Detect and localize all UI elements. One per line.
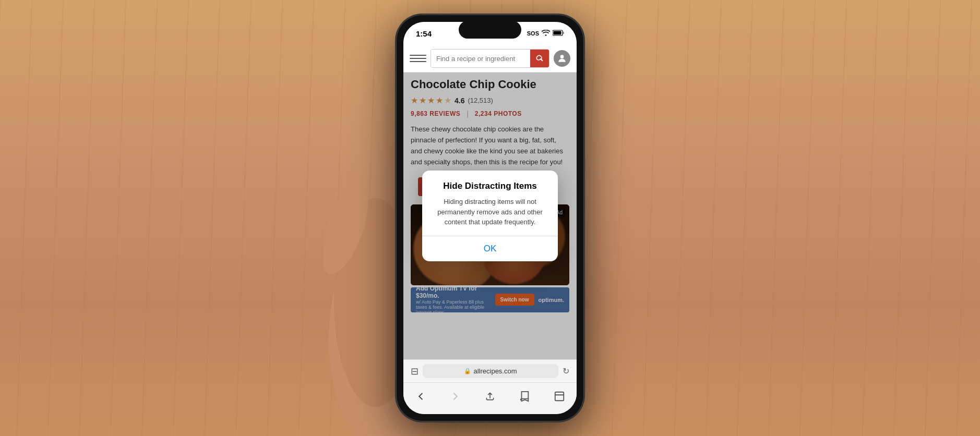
back-button[interactable] (409, 387, 432, 406)
search-icon (535, 54, 544, 63)
nav-bar (403, 45, 577, 72)
tabs-button[interactable] (548, 387, 571, 406)
hide-distracting-items-modal: Hide Distracting Items Hiding distractin… (422, 171, 558, 261)
search-bar-container (431, 49, 549, 68)
modal-title: Hide Distracting Items (433, 181, 547, 191)
phone-wrapper: 1:54 SOS (396, 15, 584, 421)
modal-ok-button[interactable]: OK (433, 236, 547, 261)
svg-rect-11 (555, 392, 564, 401)
content-area: Chocolate Chip Cookie ★ ★ ★ ★ ★ 4.6 (12,… (403, 72, 577, 359)
lock-icon: 🔒 (464, 368, 471, 374)
url-text: allrecipes.com (473, 367, 517, 375)
wifi-icon (542, 30, 550, 38)
phone-frame: 1:54 SOS (396, 15, 584, 421)
reader-mode-icon[interactable]: ⊟ (411, 366, 419, 377)
modal-overlay: Hide Distracting Items Hiding distractin… (403, 72, 577, 359)
reload-icon[interactable]: ↻ (563, 366, 569, 376)
battery-icon (553, 30, 564, 38)
browser-bar: ⊟ 🔒 allrecipes.com ↻ (403, 359, 577, 382)
share-button[interactable] (479, 387, 501, 406)
user-account-icon[interactable] (554, 50, 570, 67)
bookmarks-button[interactable] (513, 387, 536, 406)
sos-indicator: SOS (527, 30, 539, 37)
url-bar[interactable]: 🔒 allrecipes.com (423, 364, 558, 378)
svg-point-10 (560, 55, 564, 58)
status-time: 1:54 (416, 29, 432, 38)
modal-body: Hiding distracting items will not perman… (433, 197, 547, 227)
phone-container: 1:54 SOS (396, 15, 584, 421)
phone-screen: 1:54 SOS (403, 22, 577, 414)
svg-rect-9 (563, 32, 564, 34)
svg-rect-8 (553, 31, 561, 34)
search-button[interactable] (530, 49, 549, 68)
forward-button[interactable] (444, 387, 467, 406)
dynamic-island (459, 21, 521, 39)
search-input[interactable] (431, 55, 530, 63)
hamburger-menu-button[interactable] (410, 50, 426, 67)
bottom-nav (403, 382, 577, 414)
status-icons: SOS (527, 30, 564, 38)
